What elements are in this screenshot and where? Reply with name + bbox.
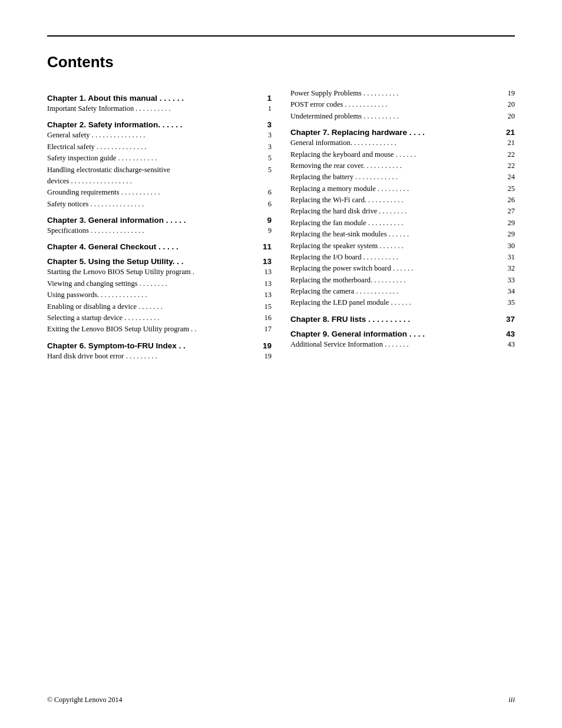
chapter-heading: Chapter 4. General Checkout . . . . .11 xyxy=(47,242,272,251)
toc-entry: Replacing the hard disk drive . . . . . … xyxy=(290,206,515,217)
toc-entry: Removing the rear cover. . . . . . . . .… xyxy=(290,160,515,172)
toc-entry: Replacing the camera . . . . . . . . . .… xyxy=(290,286,515,297)
toc-section: Chapter 1. About this manual . . . . . .… xyxy=(47,94,272,114)
copyright-text: © Copyright Lenovo 2014 xyxy=(47,696,122,704)
toc-entry: General information. . . . . . . . . . .… xyxy=(290,137,515,149)
entry-text: Power Supply Problems . . . . . . . . . … xyxy=(290,88,501,99)
toc-entry: Handling electrostatic discharge-sensiti… xyxy=(47,164,272,187)
toc-entry: Electrical safety . . . . . . . . . . . … xyxy=(47,141,272,153)
chapter-heading: Chapter 5. Using the Setup Utility. . .1… xyxy=(47,257,272,266)
toc-entry: Replacing the speaker system . . . . . .… xyxy=(290,241,515,252)
entry-page-num: 19 xyxy=(257,351,272,362)
entry-text: Enabling or disabling a device . . . . .… xyxy=(47,301,257,312)
entry-text: Replacing the hard disk drive . . . . . … xyxy=(290,206,501,217)
entry-text: Replacing a memory module . . . . . . . … xyxy=(290,183,501,195)
entry-text: Exiting the Lenovo BIOS Setup Utility pr… xyxy=(47,324,257,335)
toc-entry: Selecting a startup device . . . . . . .… xyxy=(47,312,272,324)
entry-page-num: 6 xyxy=(257,187,272,198)
entry-page-num: 33 xyxy=(501,275,515,286)
chapter-title: Chapter 2. Safety information. . . . . . xyxy=(47,120,257,129)
toc-section: Chapter 5. Using the Setup Utility. . .1… xyxy=(47,257,272,335)
entry-text: Safety inspection guide . . . . . . . . … xyxy=(47,153,257,164)
toc-entry: Replacing the fan module . . . . . . . .… xyxy=(290,218,515,229)
entry-page-num: 3 xyxy=(257,141,272,153)
entry-page-num: 9 xyxy=(257,225,272,236)
toc-entry: Hard disk drive boot error . . . . . . .… xyxy=(47,351,272,362)
entry-text: Hard disk drive boot error . . . . . . .… xyxy=(47,351,257,362)
page-title: Contents xyxy=(47,53,515,71)
entry-page-num: 24 xyxy=(501,172,515,183)
toc-entry: Undetermined problems . . . . . . . . . … xyxy=(290,111,515,122)
toc-entry: Replacing a memory module . . . . . . . … xyxy=(290,183,515,195)
chapter-title: Chapter 7. Replacing hardware . . . . xyxy=(290,128,501,137)
toc-entry: Power Supply Problems . . . . . . . . . … xyxy=(290,88,515,99)
entry-text: Replacing the power switch board . . . .… xyxy=(290,263,501,274)
right-column: Power Supply Problems . . . . . . . . . … xyxy=(290,88,515,364)
toc-entry: Grounding requirements . . . . . . . . .… xyxy=(47,187,272,198)
entry-page-num: 35 xyxy=(501,297,515,308)
entry-page-num: 22 xyxy=(501,160,515,172)
toc-entry: Replacing the keyboard and mouse . . . .… xyxy=(290,149,515,160)
toc-entry: Replacing the Wi-Fi card. . . . . . . . … xyxy=(290,195,515,206)
toc-entry: Safety inspection guide . . . . . . . . … xyxy=(47,153,272,164)
toc-entry: Viewing and changing settings . . . . . … xyxy=(47,278,272,289)
entry-text: Important Safety Information . . . . . .… xyxy=(47,103,257,114)
entry-text: Using passwords. . . . . . . . . . . . .… xyxy=(47,289,257,301)
toc-entry: Replacing the power switch board . . . .… xyxy=(290,263,515,274)
entry-text: Replacing the battery . . . . . . . . . … xyxy=(290,172,501,183)
entry-page-num: 5 xyxy=(257,153,272,164)
chapter-title: Chapter 3. General information . . . . . xyxy=(47,216,257,225)
chapter-heading: Chapter 9. General information . . . .43 xyxy=(290,330,515,338)
entry-page-num: 13 xyxy=(257,278,272,289)
toc-entry: Important Safety Information . . . . . .… xyxy=(47,103,272,114)
chapter-page-num: 3 xyxy=(257,120,272,129)
toc-section: Chapter 4. General Checkout . . . . .11 xyxy=(47,242,272,251)
chapter-title: Chapter 8. FRU lists . . . . . . . . . . xyxy=(290,315,501,324)
toc-entry: Replacing the heat-sink modules . . . . … xyxy=(290,229,515,240)
toc-entry: Enabling or disabling a device . . . . .… xyxy=(47,301,272,312)
toc-entry: Replacing the motherboard. . . . . . . .… xyxy=(290,275,515,286)
entry-page-num: 16 xyxy=(257,312,272,324)
chapter-heading: Chapter 1. About this manual . . . . . .… xyxy=(47,94,272,103)
toc-entry: Safety notices . . . . . . . . . . . . .… xyxy=(47,199,272,210)
entry-text: Replacing the Wi-Fi card. . . . . . . . … xyxy=(290,195,501,206)
toc-entry: Replacing the battery . . . . . . . . . … xyxy=(290,172,515,183)
chapter-page-num: 11 xyxy=(257,242,272,251)
chapter-page-num: 9 xyxy=(257,216,272,225)
entry-page-num: 5 xyxy=(257,164,272,176)
entry-page-num: 19 xyxy=(501,88,515,99)
entry-page-num: 32 xyxy=(501,263,515,274)
entry-page-num: 29 xyxy=(501,218,515,229)
toc-entry: General safety . . . . . . . . . . . . .… xyxy=(47,130,272,141)
entry-text: Handling electrostatic discharge-sensiti… xyxy=(47,164,257,187)
chapter-heading: Chapter 8. FRU lists . . . . . . . . . .… xyxy=(290,315,515,324)
entry-page-num: 1 xyxy=(257,103,272,114)
entry-page-num: 20 xyxy=(501,99,515,110)
entry-page-num: 13 xyxy=(257,266,272,278)
entry-text: Electrical safety . . . . . . . . . . . … xyxy=(47,141,257,153)
entry-page-num: 27 xyxy=(501,206,515,217)
entry-page-num: 26 xyxy=(501,195,515,206)
left-column: Chapter 1. About this manual . . . . . .… xyxy=(47,88,272,364)
page: Contents Chapter 1. About this manual . … xyxy=(0,0,562,728)
entry-page-num: 30 xyxy=(501,241,515,252)
toc-section: Chapter 9. General information . . . .43… xyxy=(290,330,515,350)
entry-text: Safety notices . . . . . . . . . . . . .… xyxy=(47,199,257,210)
chapter-title: Chapter 5. Using the Setup Utility. . . xyxy=(47,257,257,266)
entry-text: Replacing the camera . . . . . . . . . .… xyxy=(290,286,501,297)
entry-page-num: 13 xyxy=(257,289,272,301)
entry-page-num: 31 xyxy=(501,252,515,263)
chapter-heading: Chapter 3. General information . . . . .… xyxy=(47,216,272,225)
page-number: iii xyxy=(508,695,515,704)
chapter-title: Chapter 4. General Checkout . . . . . xyxy=(47,242,257,251)
entry-text: Replacing the keyboard and mouse . . . .… xyxy=(290,149,501,160)
chapter-page-num: 13 xyxy=(257,257,272,266)
entry-text: Specifications . . . . . . . . . . . . .… xyxy=(47,225,257,236)
chapter-page-num: 37 xyxy=(501,315,515,324)
chapter-page-num: 19 xyxy=(257,341,272,350)
entry-text: Replacing the heat-sink modules . . . . … xyxy=(290,229,501,240)
entry-page-num: 43 xyxy=(501,339,515,350)
chapter-heading: Chapter 2. Safety information. . . . . .… xyxy=(47,120,272,129)
entry-text: Grounding requirements . . . . . . . . .… xyxy=(47,187,257,198)
toc-columns: Chapter 1. About this manual . . . . . .… xyxy=(47,88,515,364)
